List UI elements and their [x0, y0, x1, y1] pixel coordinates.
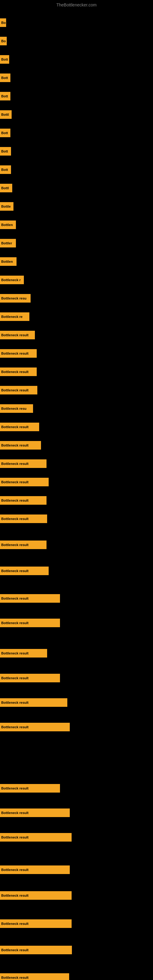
bottleneck-bar: Bott	[0, 73, 10, 82]
bar-label: Bottleneck resu	[1, 296, 27, 300]
bar-row: Bottleneck result	[0, 368, 153, 376]
bar-label: Bott	[1, 150, 8, 153]
bar-label: Bottle	[1, 205, 11, 208]
bar-label: Bottleneck resu	[1, 407, 27, 410]
bar-label: Bottleneck result	[1, 462, 29, 466]
bottleneck-bar: Bottleneck result	[0, 865, 70, 874]
site-title: TheBottlenecker.com	[0, 0, 153, 10]
bottleneck-bar: Bottleneck result	[0, 541, 46, 549]
bar-label: Bott	[1, 131, 8, 135]
bar-row: Bottleneck result	[0, 698, 153, 707]
bar-label: Bo	[1, 21, 6, 24]
bottleneck-bar: Bottlen	[0, 257, 16, 266]
bottleneck-bar: Bottleneck result	[0, 973, 69, 980]
bar-row: Bott	[0, 55, 153, 64]
bar-label: Bottlen	[1, 223, 13, 227]
bottleneck-bar: Bottleneck result	[0, 698, 67, 707]
bar-row: Bottleneck result	[0, 514, 153, 523]
bottleneck-bar: Bottler	[0, 239, 16, 247]
bar-row: Bottleneck result	[0, 674, 153, 682]
bottleneck-bar: Bott	[0, 55, 9, 64]
bar-label: Bottleneck result	[1, 894, 29, 897]
bar-label: Bo	[1, 39, 6, 43]
bar-row: Bottleneck result	[0, 833, 153, 842]
bottleneck-bar: Bottleneck result	[0, 496, 46, 505]
bar-label: Bottleneck result	[1, 948, 29, 952]
bottleneck-bar: Bott	[0, 147, 11, 156]
bar-label: Bottleneck r	[1, 278, 21, 282]
bar-label: Bottleneck result	[1, 370, 29, 374]
bottleneck-bar: Bottleneck result	[0, 368, 37, 376]
bar-label: Bottleneck result	[1, 922, 29, 926]
bar-label: Bottleneck result	[1, 725, 29, 729]
bar-row: Bottleneck result	[0, 946, 153, 954]
bottleneck-bar: Bottleneck result	[0, 649, 47, 657]
bar-row: Bottleneck result	[0, 566, 153, 575]
bar-label: Bottleneck result	[1, 701, 29, 705]
bar-label: Bottleneck result	[1, 651, 29, 655]
bottleneck-bar: Bottle	[0, 202, 13, 211]
bar-row: Bottleneck resu	[0, 294, 153, 302]
bar-row: Bott	[0, 73, 153, 82]
bottleneck-bar: Bott	[0, 129, 10, 137]
bar-row: Bottleneck result	[0, 891, 153, 900]
bar-row: Bo	[0, 18, 153, 27]
bar-label: Bottleneck result	[1, 480, 29, 484]
bar-label: Bottl	[1, 113, 9, 116]
bar-label: Bott	[1, 168, 8, 172]
bar-row: Bott	[0, 129, 153, 137]
bar-label: Bottleneck result	[1, 811, 29, 815]
bar-label: Bottleneck result	[1, 388, 29, 392]
bottleneck-bar: Bott	[0, 92, 10, 100]
bottleneck-bar: Bottleneck result	[0, 674, 60, 682]
bar-row: Bottleneck result	[0, 386, 153, 395]
bar-label: Bottleneck result	[1, 425, 29, 429]
bar-label: Bottleneck result	[1, 621, 29, 625]
bar-row: Bottle	[0, 202, 153, 211]
bottleneck-bar: Bo	[0, 18, 6, 27]
bar-row: Bottleneck re	[0, 312, 153, 321]
bottleneck-bar: Bottleneck result	[0, 946, 72, 954]
bar-row: Bottleneck result	[0, 496, 153, 505]
bar-label: Bottleneck result	[1, 835, 29, 839]
bar-row: Bottler	[0, 239, 153, 247]
bottleneck-bar: Bottleneck result	[0, 723, 70, 731]
bottleneck-bar: Bo	[0, 37, 7, 45]
bar-row: Bottleneck result	[0, 649, 153, 657]
bar-label: Bottleneck result	[1, 569, 29, 573]
bar-row: Bottleneck result	[0, 619, 153, 627]
bar-label: Bottleneck result	[1, 868, 29, 872]
bar-label: Bottleneck result	[1, 517, 29, 520]
bottleneck-bar: Bottl	[0, 184, 12, 192]
bottleneck-bar: Bottleneck result	[0, 594, 60, 603]
bar-row: Bottleneck result	[0, 865, 153, 874]
bar-row: Bottleneck result	[0, 920, 153, 928]
bar-row: Bo	[0, 37, 153, 45]
bar-label: Bottler	[1, 241, 12, 245]
bar-row: Bottleneck result	[0, 460, 153, 468]
bar-label: Bottleneck result	[1, 786, 29, 790]
bottleneck-bar: Bottleneck result	[0, 891, 72, 900]
bar-row: Bottleneck result	[0, 331, 153, 339]
bottleneck-bar: Bottleneck result	[0, 566, 49, 575]
bottleneck-bar: Bottleneck result	[0, 386, 37, 395]
bar-label: Bottleneck result	[1, 499, 29, 502]
bar-row: Bottleneck result	[0, 349, 153, 358]
bar-row: Bottleneck result	[0, 478, 153, 486]
bar-label: Bottleneck re	[1, 315, 22, 318]
bottleneck-bar: Bottleneck result	[0, 808, 70, 817]
bar-row: Bottleneck resu	[0, 404, 153, 413]
bottleneck-bar: Bottleneck result	[0, 349, 37, 358]
bar-label: Bottleneck result	[1, 444, 29, 447]
bottleneck-bar: Bottleneck result	[0, 478, 49, 486]
bottleneck-bar: Bott	[0, 165, 11, 174]
bottleneck-bar: Bottleneck result	[0, 423, 39, 431]
bar-label: Bottleneck result	[1, 597, 29, 600]
bar-row: Bottl	[0, 184, 153, 192]
bar-label: Bottlen	[1, 260, 13, 263]
bottleneck-bar: Bottleneck result	[0, 833, 72, 842]
bottleneck-bar: Bottleneck resu	[0, 294, 30, 302]
bar-row: Bottl	[0, 110, 153, 119]
bar-row: Bottlen	[0, 257, 153, 266]
bar-label: Bott	[1, 76, 8, 80]
